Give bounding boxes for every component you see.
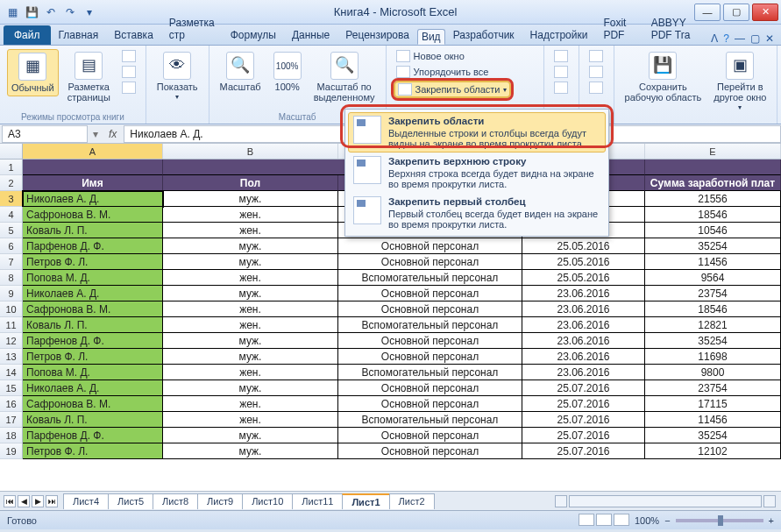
zoom-level[interactable]: 100% bbox=[635, 515, 659, 526]
save-workspace-button[interactable]: 💾Сохранить рабочую область bbox=[621, 49, 706, 105]
table-row[interactable]: 8Попова М. Д.жен.Вспомогательный персона… bbox=[0, 270, 781, 286]
cell[interactable]: Попова М. Д. bbox=[23, 365, 163, 380]
table-row[interactable]: 15Николаев А. Д.муж.Основной персонал25.… bbox=[0, 380, 781, 396]
cell[interactable]: Николаев А. Д. bbox=[23, 286, 163, 301]
cell[interactable]: 11698 bbox=[645, 349, 781, 365]
tab-review[interactable]: Рецензирова bbox=[337, 25, 417, 45]
cell[interactable]: жен. bbox=[163, 317, 338, 333]
table-row[interactable]: 6Парфенов Д. Ф.муж.Основной персонал25.0… bbox=[0, 238, 781, 254]
sheet-nav-prev-icon[interactable]: ◀ bbox=[18, 495, 30, 507]
cell[interactable]: жен. bbox=[163, 365, 338, 380]
row-header[interactable]: 13 bbox=[0, 349, 23, 365]
cell[interactable]: муж. bbox=[163, 443, 338, 459]
table-header[interactable]: Пол bbox=[163, 175, 338, 191]
cell[interactable]: 11456 bbox=[645, 254, 781, 270]
row-header[interactable]: 19 bbox=[0, 443, 23, 459]
cell[interactable]: Вспомогательный персонал bbox=[338, 270, 522, 286]
tab-pagelayout[interactable]: Разметка стр bbox=[161, 13, 223, 45]
file-tab[interactable]: Файл bbox=[4, 25, 51, 45]
cell[interactable]: 25.07.2016 bbox=[522, 412, 645, 428]
cell[interactable]: Вспомогательный персонал bbox=[338, 412, 522, 428]
col-header-b[interactable]: B bbox=[163, 144, 338, 159]
freeze-panes-item[interactable]: Закрепить областиВыделенные строки и сто… bbox=[348, 112, 606, 153]
row-header[interactable]: 10 bbox=[0, 301, 23, 317]
arrange-all-button[interactable]: Упорядочить все bbox=[394, 65, 512, 79]
table-row[interactable]: 10Сафронова В. М.жен.Основной персонал23… bbox=[0, 301, 781, 317]
col-header-a[interactable]: A bbox=[23, 144, 163, 159]
freeze-panes-button[interactable]: Закрепить области▾ bbox=[394, 81, 512, 98]
table-row[interactable]: 12Парфенов Д. Ф.муж.Основной персонал23.… bbox=[0, 333, 781, 349]
undo-icon[interactable]: ↶ bbox=[44, 5, 58, 19]
cell[interactable]: Основной персонал bbox=[338, 238, 522, 254]
row-header[interactable]: 7 bbox=[0, 254, 23, 270]
cell[interactable]: 18546 bbox=[645, 207, 781, 223]
row-header[interactable]: 14 bbox=[0, 365, 23, 380]
cell[interactable]: муж. bbox=[163, 191, 338, 207]
cell[interactable]: 23.06.2016 bbox=[522, 317, 645, 333]
cell[interactable]: Попова М. Д. bbox=[23, 270, 163, 286]
col-header-e[interactable]: E bbox=[645, 144, 781, 159]
cell[interactable]: 12821 bbox=[645, 317, 781, 333]
cell[interactable]: 17115 bbox=[645, 396, 781, 412]
cell[interactable]: 23.06.2016 bbox=[522, 301, 645, 317]
table-row[interactable]: 11Коваль Л. П.жен.Вспомогательный персон… bbox=[0, 317, 781, 333]
table-row[interactable]: 17Коваль Л. П.жен.Вспомогательный персон… bbox=[0, 412, 781, 428]
cell[interactable]: жен. bbox=[163, 412, 338, 428]
tab-home[interactable]: Главная bbox=[51, 25, 107, 45]
cell[interactable]: 25.07.2016 bbox=[522, 380, 645, 396]
cell[interactable]: Основной персонал bbox=[338, 380, 522, 396]
tab-foxit[interactable]: Foxit PDF bbox=[595, 13, 643, 45]
cell[interactable]: 23.06.2016 bbox=[522, 349, 645, 365]
cell[interactable]: 23.06.2016 bbox=[522, 333, 645, 349]
zoom-slider[interactable] bbox=[676, 519, 763, 522]
cell[interactable]: муж. bbox=[163, 286, 338, 301]
cell[interactable]: 10546 bbox=[645, 223, 781, 238]
row-header[interactable]: 12 bbox=[0, 333, 23, 349]
doc-minimize-icon[interactable]: — bbox=[735, 32, 745, 45]
cell[interactable]: 35254 bbox=[645, 428, 781, 443]
sheet-tab[interactable]: Лист9 bbox=[197, 493, 243, 509]
cell[interactable]: Сафронова В. М. bbox=[23, 301, 163, 317]
cell[interactable]: муж. bbox=[163, 254, 338, 270]
table-header[interactable]: Имя bbox=[23, 175, 163, 191]
cell[interactable]: жен. bbox=[163, 396, 338, 412]
cell[interactable]: Сафронова В. М. bbox=[23, 396, 163, 412]
table-row[interactable]: 16Сафронова В. М.жен.Основной персонал25… bbox=[0, 396, 781, 412]
cell[interactable]: Основной персонал bbox=[338, 396, 522, 412]
close-button[interactable]: ✕ bbox=[752, 4, 778, 21]
table-header[interactable]: Сумма заработной плат bbox=[645, 175, 781, 191]
cell[interactable]: муж. bbox=[163, 333, 338, 349]
tab-abbyy[interactable]: ABBYY PDF Tra bbox=[643, 13, 712, 45]
row-header[interactable]: 8 bbox=[0, 270, 23, 286]
cell[interactable]: Коваль Л. П. bbox=[23, 412, 163, 428]
row-header[interactable]: 16 bbox=[0, 396, 23, 412]
cell[interactable]: Вспомогательный персонал bbox=[338, 317, 522, 333]
switch-windows-button[interactable]: ▣Перейти в другое окно▾ bbox=[710, 49, 770, 115]
cell[interactable]: 25.07.2016 bbox=[522, 396, 645, 412]
cell[interactable]: Сафронова В. М. bbox=[23, 207, 163, 223]
table-row[interactable]: 14Попова М. Д.жен.Вспомогательный персон… bbox=[0, 365, 781, 380]
cell[interactable]: Петров Ф. Л. bbox=[23, 443, 163, 459]
help-icon[interactable]: ? bbox=[723, 32, 729, 45]
cell[interactable]: 23754 bbox=[645, 286, 781, 301]
zoom-out-icon[interactable]: − bbox=[664, 515, 670, 526]
cell[interactable]: Коваль Л. П. bbox=[23, 317, 163, 333]
cell[interactable]: 12102 bbox=[645, 443, 781, 459]
namebox-dropdown-icon[interactable]: ▾ bbox=[89, 128, 102, 140]
cell[interactable]: Основной персонал bbox=[338, 333, 522, 349]
qat-more-icon[interactable]: ▾ bbox=[82, 5, 96, 19]
tab-insert[interactable]: Вставка bbox=[106, 25, 161, 45]
tab-developer[interactable]: Разработчик bbox=[445, 25, 522, 45]
row-header[interactable]: 17 bbox=[0, 412, 23, 428]
save-icon[interactable]: 💾 bbox=[25, 5, 39, 19]
cell[interactable]: 18546 bbox=[645, 301, 781, 317]
cell[interactable]: Петров Ф. Л. bbox=[23, 254, 163, 270]
table-row[interactable]: 9Николаев А. Д.муж.Основной персонал23.0… bbox=[0, 286, 781, 301]
cell[interactable]: Николаев А. Д. bbox=[23, 380, 163, 396]
cell[interactable]: Основной персонал bbox=[338, 349, 522, 365]
cell[interactable]: муж. bbox=[163, 238, 338, 254]
sheet-tab[interactable]: Лист11 bbox=[292, 493, 343, 509]
row-header[interactable]: 4 bbox=[0, 207, 23, 223]
normal-view-button[interactable]: ▦Обычный bbox=[7, 49, 59, 96]
cell[interactable]: 25.07.2016 bbox=[522, 428, 645, 443]
